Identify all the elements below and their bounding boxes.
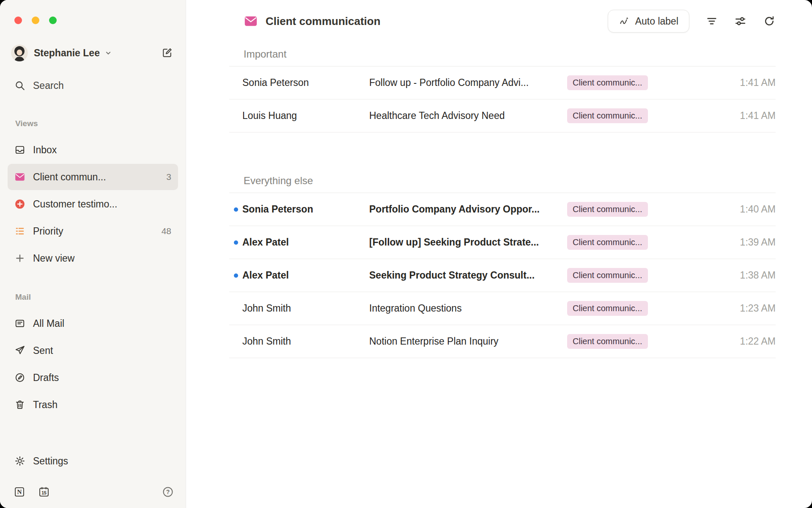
sidebar-item-label: All Mail [33,318,64,329]
app-window: Stephanie Lee Search Views In [0,0,812,508]
unread-indicator [229,81,242,85]
section-title: Everything else [229,175,776,193]
email-time: 1:39 AM [740,237,776,248]
account-switcher[interactable]: Stephanie Lee [11,43,176,63]
sidebar-item-client-communication[interactable]: Client commun... 3 [8,164,178,190]
sidebar: Stephanie Lee Search Views In [0,0,186,508]
help-icon: ? [162,486,174,498]
email-section-everything-else: Everything else Sonia Peterson Portfolio… [229,175,776,358]
email-label-badge[interactable]: Client communic... [567,235,648,250]
unread-count-badge: 3 [166,172,171,182]
email-label-badge[interactable]: Client communic... [567,75,648,90]
priority-list-icon [14,226,25,237]
sidebar-item-priority[interactable]: Priority 48 [8,218,178,244]
auto-label-label: Auto label [635,16,678,27]
refresh-icon [763,15,776,28]
display-settings-button[interactable] [734,15,747,28]
email-label-badge[interactable]: Client communic... [567,108,648,123]
sliders-icon [734,15,747,28]
notion-app-button[interactable]: N [14,486,25,498]
sidebar-item-sent[interactable]: Sent [8,337,178,364]
email-row[interactable]: John Smith Integration Questions Client … [229,292,776,325]
all-mail-icon [14,318,25,329]
sidebar-item-label: Settings [33,456,68,467]
sidebar-footer: N 15 ? [8,475,178,498]
sidebar-item-label: Sent [33,345,53,356]
email-time: 1:40 AM [740,204,776,215]
svg-text:N: N [17,488,22,495]
mail-pink-icon [244,14,258,28]
gear-icon [14,456,25,467]
email-time: 1:41 AM [740,77,776,88]
sidebar-item-settings[interactable]: Settings [8,448,178,474]
refresh-button[interactable] [763,15,776,28]
search-label: Search [33,80,64,91]
send-icon [14,345,25,356]
avatar [11,44,28,61]
email-row[interactable]: Alex Patel Seeking Product Strategy Cons… [229,259,776,292]
email-subject: Follow up - Portfolio Company Advi... [369,77,567,88]
help-button[interactable]: ? [162,486,174,498]
close-window-button[interactable] [14,17,22,24]
calendar-icon: 15 [38,486,50,498]
minimize-window-button[interactable] [32,17,39,24]
email-sender: Alex Patel [242,237,369,248]
sidebar-item-label: New view [33,253,74,264]
sidebar-item-customer-testimonials[interactable]: Customer testimo... [8,191,178,217]
email-section-important: Important Sonia Peterson Follow up - Por… [229,48,776,133]
email-label-badge[interactable]: Client communic... [567,301,648,316]
unread-indicator [229,114,242,118]
draft-pencil-icon [14,372,25,383]
email-label-badge[interactable]: Client communic... [567,268,648,283]
email-row[interactable]: Sonia Peterson Follow up - Portfolio Com… [229,66,776,99]
plus-icon [14,253,25,264]
calendar-app-button[interactable]: 15 [38,486,50,498]
unread-indicator [229,240,242,245]
window-controls [14,17,178,24]
zoom-window-button[interactable] [49,17,57,24]
search-button[interactable]: Search [8,73,178,98]
email-time: 1:38 AM [740,270,776,281]
svg-text:?: ? [166,489,170,495]
sidebar-item-inbox[interactable]: Inbox [8,137,178,163]
notion-logo-icon: N [14,486,25,498]
sidebar-item-label: Priority [33,226,63,237]
header-actions: Auto label [608,10,776,33]
search-icon [14,80,25,91]
email-time: 1:41 AM [740,110,776,121]
email-row[interactable]: Alex Patel [Follow up] Seeking Product S… [229,226,776,259]
email-label-badge[interactable]: Client communic... [567,202,648,217]
unread-indicator [229,340,242,344]
email-time: 1:23 AM [740,303,776,314]
email-subject: Healthcare Tech Advisory Need [369,110,567,121]
user-name: Stephanie Lee [34,47,100,59]
email-subject: Seeking Product Strategy Consult... [369,270,567,281]
sidebar-item-label: Client commun... [33,171,106,183]
email-label-badge[interactable]: Client communic... [567,334,648,349]
unread-indicator [229,207,242,212]
avatar-image [11,44,28,61]
email-row[interactable]: John Smith Notion Enterprise Plan Inquir… [229,325,776,358]
compose-icon [161,47,173,59]
auto-label-button[interactable]: Auto label [608,10,689,33]
sidebar-item-drafts[interactable]: Drafts [8,364,178,391]
compose-button[interactable] [161,47,173,59]
email-subject: Portfolio Company Advisory Oppor... [369,204,567,215]
priority-count-badge: 48 [162,226,171,236]
email-row[interactable]: Louis Huang Healthcare Tech Advisory Nee… [229,99,776,133]
inbox-icon [14,144,25,155]
sidebar-item-all-mail[interactable]: All Mail [8,310,178,337]
sidebar-item-new-view[interactable]: New view [8,245,178,271]
email-row[interactable]: Sonia Peterson Portfolio Company Advisor… [229,193,776,226]
sidebar-item-label: Drafts [33,372,59,384]
testimonial-plus-icon [14,199,25,210]
chevron-down-icon [104,49,112,57]
email-sender: Alex Patel [242,270,369,281]
mail-list-pane: Client communication Auto label [186,0,812,508]
auto-label-wand-icon [619,16,630,27]
email-sender: Louis Huang [242,110,369,121]
filter-button[interactable] [705,15,718,28]
email-subject: Notion Enterprise Plan Inquiry [369,336,567,347]
sidebar-item-trash[interactable]: Trash [8,392,178,418]
section-title: Important [229,48,776,66]
